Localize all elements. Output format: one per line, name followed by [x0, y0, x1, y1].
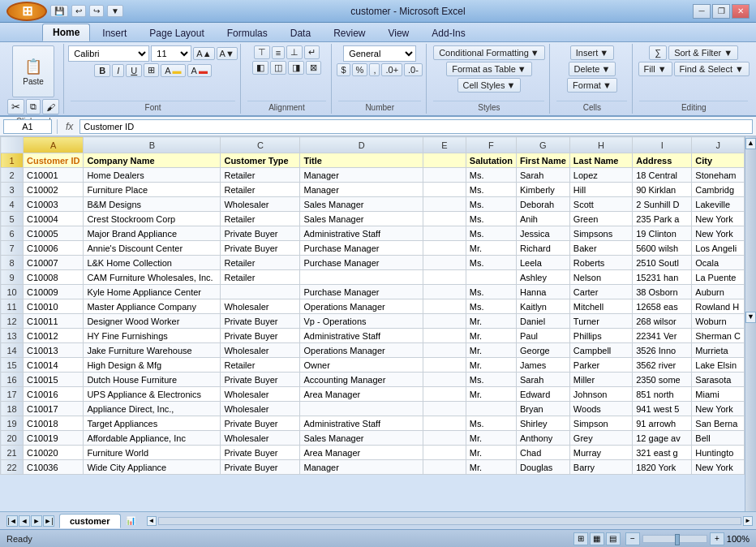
cell-r4-c3[interactable]: Wholesaler	[221, 197, 300, 212]
row-header-20[interactable]: 20	[1, 431, 24, 446]
find-select-button[interactable]: Find & Select ▼	[674, 62, 750, 76]
cell-r7-c5[interactable]	[423, 241, 466, 256]
cell-r7-c10[interactable]: Los Angeli	[692, 241, 745, 256]
sort-filter-button[interactable]: Sort & Filter ▼	[668, 45, 738, 60]
cell-r15-c9[interactable]: 3562 river	[633, 358, 692, 373]
col-header-j[interactable]: J	[692, 137, 745, 153]
quick-access-redo[interactable]: ↪	[89, 5, 104, 17]
cell-r5-c3[interactable]: Retailer	[221, 212, 300, 226]
cell-r5-c2[interactable]: Crest Stockroom Corp	[84, 212, 221, 226]
cell-r22-c5[interactable]	[423, 460, 466, 475]
row-header-18[interactable]: 18	[1, 402, 24, 416]
cell-r9-c9[interactable]: 15231 han	[633, 270, 692, 285]
cell-r8-c5[interactable]	[423, 256, 466, 270]
row-header-14[interactable]: 14	[1, 343, 24, 358]
number-format-select[interactable]: General	[343, 45, 416, 62]
cell-r16-c1[interactable]: C10015	[24, 373, 84, 387]
cell-r18-c5[interactable]	[423, 402, 466, 416]
cell-r19-c9[interactable]: 91 arrowh	[633, 416, 692, 431]
cell-r16-c2[interactable]: Dutch House Furniture	[84, 373, 221, 387]
row-header-9[interactable]: 9	[1, 270, 24, 285]
tab-data[interactable]: Data	[280, 24, 321, 41]
fill-color-button[interactable]: A▬	[161, 64, 185, 77]
border-button[interactable]: ⊞	[144, 63, 159, 77]
row-header-4[interactable]: 4	[1, 197, 24, 212]
cell-r9-c8[interactable]: Nelson	[569, 270, 632, 285]
cell-r12-c3[interactable]: Private Buyer	[221, 314, 300, 329]
cell-r13-c2[interactable]: HY Fine Furnishings	[84, 329, 221, 343]
cell-r4-c2[interactable]: B&M Designs	[84, 197, 221, 212]
cell-r2-c5[interactable]	[423, 168, 466, 183]
cell-r12-c7[interactable]: Daniel	[516, 314, 569, 329]
cell-r8-c2[interactable]: L&K Home Collection	[84, 256, 221, 270]
cell-r13-c8[interactable]: Phillips	[569, 329, 632, 343]
zoom-slider[interactable]	[642, 535, 707, 543]
first-sheet-button[interactable]: |◄	[6, 515, 18, 527]
cell-r2-c8[interactable]: Lopez	[569, 168, 632, 183]
cell-r12-c1[interactable]: C10011	[24, 314, 84, 329]
normal-view-button[interactable]: ⊞	[573, 532, 588, 545]
cell-r18-c9[interactable]: 941 west 5	[633, 402, 692, 416]
cell-r10-c4[interactable]: Purchase Manager	[300, 285, 423, 299]
horizontal-scrollbar[interactable]: ◄ ►	[137, 516, 756, 526]
cell-r21-c4[interactable]: Area Manager	[300, 446, 423, 460]
cell-r15-c4[interactable]: Owner	[300, 358, 423, 373]
cell-r19-c3[interactable]: Private Buyer	[221, 416, 300, 431]
cell-r19-c4[interactable]: Administrative Staff	[300, 416, 423, 431]
col-header-b[interactable]: B	[84, 137, 221, 153]
cell-r8-c9[interactable]: 2510 Soutl	[633, 256, 692, 270]
cell-r20-c2[interactable]: Affordable Appliance, Inc	[84, 431, 221, 446]
col-header-d[interactable]: D	[300, 137, 423, 153]
tab-home[interactable]: Home	[42, 24, 90, 41]
cell-r1-c1[interactable]: Customer ID	[24, 153, 84, 168]
col-header-i[interactable]: I	[633, 137, 692, 153]
close-button[interactable]: ✕	[732, 4, 750, 19]
formula-input[interactable]	[79, 119, 753, 134]
cell-r15-c6[interactable]: Mr.	[466, 358, 516, 373]
cell-r18-c7[interactable]: Bryan	[516, 402, 569, 416]
cell-r13-c9[interactable]: 22341 Ver	[633, 329, 692, 343]
cell-r6-c9[interactable]: 19 Clinton	[633, 226, 692, 241]
cell-r18-c1[interactable]: C10017	[24, 402, 84, 416]
cell-r3-c2[interactable]: Furniture Place	[84, 183, 221, 197]
cell-r6-c4[interactable]: Administrative Staff	[300, 226, 423, 241]
cell-r22-c9[interactable]: 1820 York	[633, 460, 692, 475]
cell-r5-c10[interactable]: New York	[692, 212, 745, 226]
cell-r22-c3[interactable]: Private Buyer	[221, 460, 300, 475]
cell-r5-c6[interactable]: Ms.	[466, 212, 516, 226]
cell-r2-c10[interactable]: Stoneham	[692, 168, 745, 183]
cell-r17-c7[interactable]: Edward	[516, 387, 569, 402]
cell-r8-c8[interactable]: Roberts	[569, 256, 632, 270]
cell-r21-c3[interactable]: Private Buyer	[221, 446, 300, 460]
paste-button[interactable]: 📋 Paste	[12, 45, 54, 97]
cell-r21-c2[interactable]: Furniture World	[84, 446, 221, 460]
cell-r17-c4[interactable]: Area Manager	[300, 387, 423, 402]
cell-r19-c1[interactable]: C10018	[24, 416, 84, 431]
underline-button[interactable]: U	[126, 64, 142, 77]
cell-r7-c2[interactable]: Annie's Discount Center	[84, 241, 221, 256]
page-layout-view-button[interactable]: ▦	[590, 532, 604, 545]
minimize-button[interactable]: ─	[693, 4, 711, 19]
bold-button[interactable]: B	[94, 64, 110, 77]
align-top-button[interactable]: ⊤	[254, 45, 270, 59]
cell-r21-c10[interactable]: Huntingto	[692, 446, 745, 460]
cell-r16-c3[interactable]: Private Buyer	[221, 373, 300, 387]
row-header-13[interactable]: 13	[1, 329, 24, 343]
cell-r10-c3[interactable]	[221, 285, 300, 299]
cell-r7-c9[interactable]: 5600 wilsh	[633, 241, 692, 256]
cell-r2-c7[interactable]: Sarah	[516, 168, 569, 183]
tab-view[interactable]: View	[377, 24, 419, 41]
cell-r14-c4[interactable]: Operations Manager	[300, 343, 423, 358]
cell-r16-c7[interactable]: Sarah	[516, 373, 569, 387]
cell-r16-c8[interactable]: Miller	[569, 373, 632, 387]
cell-r7-c6[interactable]: Mr.	[466, 241, 516, 256]
cell-r3-c8[interactable]: Hill	[569, 183, 632, 197]
delete-button[interactable]: Delete ▼	[569, 62, 616, 76]
currency-button[interactable]: $	[337, 63, 350, 76]
cell-r10-c5[interactable]	[423, 285, 466, 299]
cell-r20-c4[interactable]: Sales Manager	[300, 431, 423, 446]
cell-r16-c9[interactable]: 2350 some	[633, 373, 692, 387]
col-header-a[interactable]: A	[24, 137, 84, 153]
cell-r13-c6[interactable]: Mr.	[466, 329, 516, 343]
cell-r22-c7[interactable]: Douglas	[516, 460, 569, 475]
